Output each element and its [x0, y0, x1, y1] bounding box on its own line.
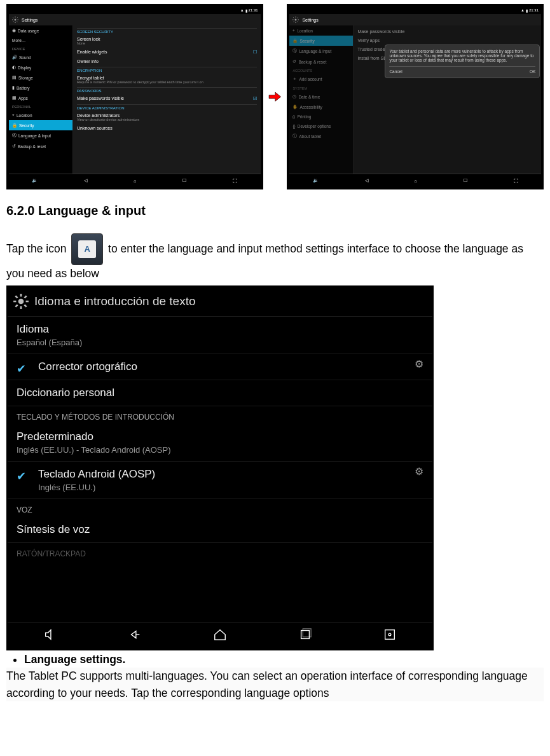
nav-home-icon[interactable] — [213, 628, 227, 644]
settings-sliders-icon[interactable]: ⚙ — [415, 465, 423, 478]
nav-recent-icon[interactable] — [298, 628, 312, 644]
sidebar-item-language[interactable]: Ⓐ Language & input — [289, 46, 353, 57]
nav-volume-icon[interactable]: 🔉 — [32, 178, 38, 183]
wifi-icon: ▲ — [521, 8, 525, 12]
statusbar: ▲ ▮ 21:31 — [9, 6, 261, 14]
svg-rect-5 — [385, 630, 395, 640]
sidebar-item-about[interactable]: ⓘ About tablet — [289, 131, 353, 142]
nav-volume-icon[interactable]: 🔉 — [313, 178, 319, 183]
clock-text: 21:31 — [529, 8, 539, 12]
checkbox-checked-icon[interactable]: ✔ — [17, 362, 26, 376]
row-encrypt-tablet[interactable]: Encrypt tabletRequire a numeric PIN or p… — [77, 74, 257, 85]
section-encryption: ENCRYPTION — [77, 67, 257, 72]
nav-back-icon[interactable]: ◁ — [365, 178, 368, 183]
item-idioma[interactable]: Idioma Español (España) — [8, 317, 432, 354]
nav-back-icon[interactable] — [128, 628, 142, 644]
sidebar-item-more[interactable]: More… — [9, 36, 72, 45]
sidebar-item-display[interactable]: ◐ Display — [9, 62, 72, 72]
navbar — [8, 622, 432, 649]
language-input-app-icon — [71, 233, 103, 265]
category-raton: RATÓN/TRACKPAD — [8, 543, 432, 561]
navbar: 🔉 ◁ ⌂ ☐ ⛶ — [289, 174, 541, 187]
titlebar: Settings — [289, 14, 541, 25]
row-owner-info[interactable]: Owner info — [77, 58, 257, 65]
settings-sliders-icon[interactable]: ⚙ — [415, 358, 423, 370]
footer-paragraph: The Tablet PC supports multi-languages. … — [6, 668, 544, 701]
settings-content: SCREEN SECURITY Screen lockNone ☐Enable … — [73, 25, 261, 174]
row-make-visible[interactable]: Make passwords visible — [357, 28, 537, 35]
row-enable-widgets[interactable]: ☐Enable widgets — [77, 48, 257, 56]
sidebar-item-battery[interactable]: ▮ Battery — [9, 83, 72, 93]
row-device-admins[interactable]: Device administratorsView or deactivate … — [77, 112, 257, 123]
dialog-ok-button[interactable]: OK — [530, 69, 535, 74]
screenshot-language-input: Idioma e introducción de texto Idioma Es… — [6, 285, 434, 650]
gear-icon — [292, 16, 299, 24]
nav-recent-icon[interactable]: ☐ — [464, 178, 467, 183]
gear-icon — [11, 16, 19, 24]
title: Settings — [22, 18, 38, 22]
section-heading: 6.2.0 Language & input — [6, 203, 544, 218]
sidebar-item-location[interactable]: ⌖ Location — [289, 25, 353, 36]
sidebar-item-location[interactable]: ⌖ Location — [9, 110, 72, 120]
svg-rect-3 — [301, 631, 309, 639]
screenshot-security-settings: ▲ ▮ 21:31 Settings ◉ Data usage More… DE… — [6, 4, 263, 189]
checkbox-icon[interactable]: ☐ — [253, 50, 257, 55]
category-voz: VOZ — [8, 499, 432, 517]
nav-screenshot-icon[interactable] — [383, 628, 397, 644]
battery-icon: ▮ — [245, 8, 247, 13]
sidebar-cat-device: DEVICE — [9, 45, 72, 52]
sidebar-item-language[interactable]: Ⓐ Language & input — [9, 130, 72, 141]
sidebar-item-storage[interactable]: ▤ Storage — [9, 72, 72, 83]
arrow-right-icon — [268, 92, 282, 102]
sidebar-item-datetime[interactable]: ◷ Date & time — [289, 92, 353, 102]
item-sintesis[interactable]: Síntesis de voz — [8, 517, 432, 543]
sidebar-item-backup[interactable]: ↺ Backup & reset — [289, 57, 353, 67]
titlebar: Settings — [9, 14, 261, 25]
nav-screenshot-icon[interactable]: ⛶ — [514, 179, 518, 183]
nav-volume-icon[interactable] — [43, 628, 57, 644]
sidebar-item-security[interactable]: 🔒 Security — [9, 120, 72, 130]
top-screenshots-row: ▲ ▮ 21:31 Settings ◉ Data usage More… DE… — [6, 4, 544, 189]
nav-screenshot-icon[interactable]: ⛶ — [233, 179, 237, 183]
sidebar-item-developer[interactable]: {} Developer options — [289, 121, 353, 131]
section-device-admin: DEVICE ADMINISTRATION — [77, 104, 257, 110]
checkbox-checked-icon[interactable]: ☑ — [253, 96, 257, 101]
svg-point-6 — [388, 633, 391, 636]
bullet-list: Language settings. — [24, 653, 544, 666]
svg-point-2 — [18, 299, 24, 305]
row-verify-apps[interactable]: Verify apps — [357, 37, 537, 44]
settings-sidebar: ◉ Data usage More… DEVICE 🔊 Sound ◐ Disp… — [9, 25, 73, 174]
nav-home-icon[interactable]: ⌂ — [134, 179, 136, 183]
nav-back-icon[interactable]: ◁ — [84, 178, 87, 183]
item-diccionario[interactable]: Diccionario personal — [8, 380, 432, 406]
sidebar-item-printing[interactable]: ⎙ Printing — [289, 112, 353, 121]
item-teclado-android[interactable]: ✔ ⚙ Teclado Android (AOSP) Inglés (EE.UU… — [8, 462, 432, 499]
row-screen-lock[interactable]: Screen lockNone — [77, 36, 257, 46]
title: Idioma e introducción de texto — [34, 294, 196, 308]
nav-home-icon[interactable]: ⌂ — [415, 179, 417, 183]
row-unknown-sources[interactable]: Unknown sources — [77, 125, 257, 132]
sidebar-item-datausage[interactable]: ◉ Data usage — [9, 25, 72, 36]
item-corrector[interactable]: ✔ ⚙ Corrector ortográfico — [8, 354, 432, 380]
navbar: 🔉 ◁ ⌂ ☐ ⛶ — [9, 174, 261, 187]
sidebar-item-apps[interactable]: ▦ Apps — [9, 93, 72, 103]
dialog-text: Your tablet and personal data are more v… — [389, 49, 535, 62]
nav-recent-icon[interactable]: ☐ — [182, 178, 186, 183]
item-predeterminado[interactable]: Predeterminado Inglés (EE.UU.) - Teclado… — [8, 424, 432, 462]
svg-point-1 — [295, 19, 297, 21]
sidebar-item-addaccount[interactable]: ＋ Add account — [289, 74, 353, 85]
sidebar-item-backup[interactable]: ↺ Backup & reset — [9, 141, 72, 151]
dialog-cancel-button[interactable]: Cancel — [389, 69, 402, 74]
sidebar-cat-personal: PERSONAL — [9, 103, 72, 110]
intro-paragraph: Tap the icon to enter the language and i… — [6, 233, 544, 282]
sidebar-item-sound[interactable]: 🔊 Sound — [9, 52, 72, 62]
sidebar-item-accessibility[interactable]: ✋ Accessibility — [289, 102, 353, 112]
checkbox-checked-icon[interactable]: ✔ — [17, 469, 26, 483]
row-make-visible[interactable]: ☑Make passwords visible — [77, 95, 257, 102]
intro-text-before: Tap the icon — [6, 242, 69, 255]
battery-icon: ▮ — [526, 8, 528, 13]
sidebar-item-security[interactable]: 🔒 Security — [289, 36, 353, 46]
screenshot-unknown-sources-dialog: ▲ ▮ 21:31 Settings ⌖ Location 🔒 Security… — [287, 4, 544, 189]
wifi-icon: ▲ — [240, 8, 244, 12]
statusbar: ▲ ▮ 21:31 — [289, 6, 541, 14]
